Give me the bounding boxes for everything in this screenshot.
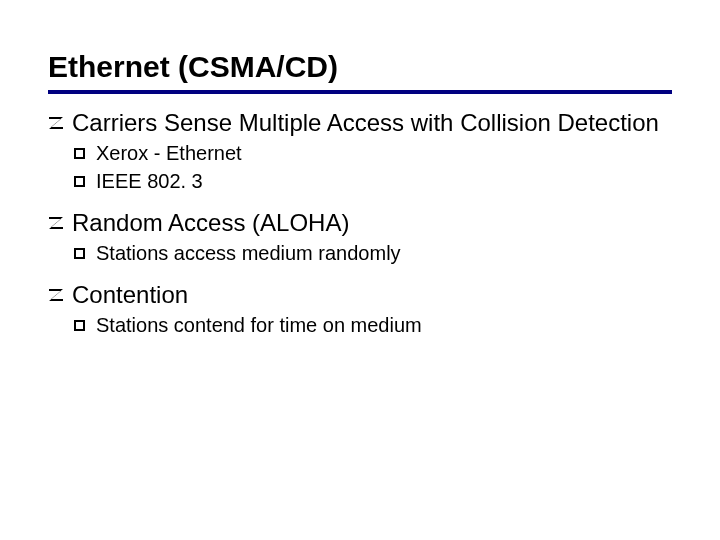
bullet-lvl2: Xerox - Ethernet <box>74 140 672 166</box>
bullet-lvl1: Carriers Sense Multiple Access with Coll… <box>48 108 672 138</box>
bullet-text: Stations access medium randomly <box>96 240 401 266</box>
bullet-text: Random Access (ALOHA) <box>72 208 349 238</box>
square-bullet-icon <box>74 312 96 338</box>
z-bullet-icon <box>48 280 72 310</box>
bullet-lvl2: Stations contend for time on medium <box>74 312 672 338</box>
z-bullet-icon <box>48 108 72 138</box>
square-bullet-icon <box>74 168 96 194</box>
bullet-lvl1: Contention <box>48 280 672 310</box>
square-bullet-icon <box>74 140 96 166</box>
z-bullet-icon <box>48 208 72 238</box>
bullet-lvl2: Stations access medium randomly <box>74 240 672 266</box>
bullet-lvl2: IEEE 802. 3 <box>74 168 672 194</box>
bullet-text: IEEE 802. 3 <box>96 168 203 194</box>
title-underline <box>48 90 672 94</box>
bullet-text: Stations contend for time on medium <box>96 312 422 338</box>
slide: Ethernet (CSMA/CD) Carriers Sense Multip… <box>0 0 720 540</box>
bullet-lvl1: Random Access (ALOHA) <box>48 208 672 238</box>
bullet-text: Contention <box>72 280 188 310</box>
slide-title: Ethernet (CSMA/CD) <box>48 50 672 84</box>
bullet-text: Xerox - Ethernet <box>96 140 242 166</box>
bullet-text: Carriers Sense Multiple Access with Coll… <box>72 108 659 138</box>
square-bullet-icon <box>74 240 96 266</box>
